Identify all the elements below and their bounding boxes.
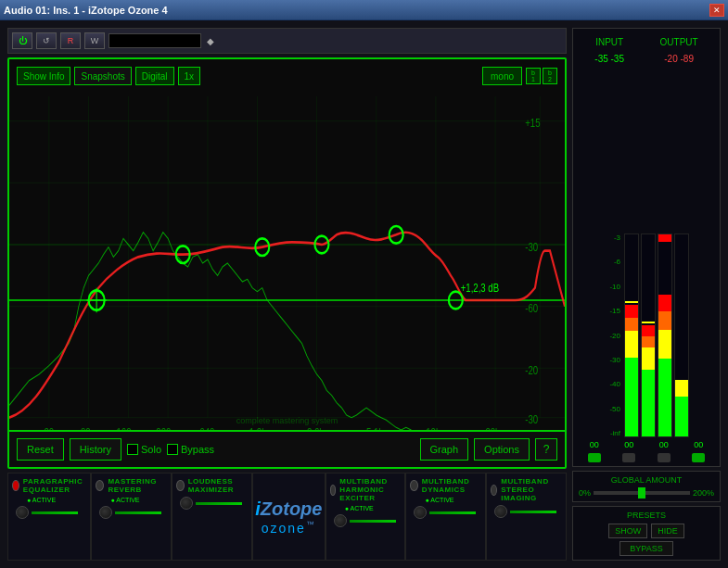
module-active: ● ACTIVE: [27, 497, 56, 503]
module-knob[interactable]: [180, 497, 193, 510]
module-slider[interactable]: [32, 511, 78, 514]
digital-button[interactable]: Digital: [135, 67, 174, 85]
global-slider-row: 0% 200%: [579, 488, 714, 498]
bypass-right-button[interactable]: BYPASS: [619, 541, 672, 556]
module-indicator[interactable]: [330, 485, 337, 496]
solo-checkbox[interactable]: [127, 444, 138, 455]
multiplier-button[interactable]: 1x: [178, 67, 201, 85]
output-meters: [658, 234, 689, 437]
global-amount-label: GLOBAL AMOUNT: [579, 475, 714, 485]
eq-display: 20 80 160 320 640 1.2k 2.6k 5.1k 10k 20k…: [7, 57, 567, 469]
module-name: LOUDNESS MAXIMIZER: [188, 477, 248, 494]
global-slider[interactable]: [594, 491, 690, 495]
meter-bottom-labels: 00 00 00 00: [577, 440, 716, 449]
peak-left: [625, 301, 638, 303]
output-meter-right: [675, 380, 688, 436]
module-slider[interactable]: [196, 502, 242, 505]
module-knobs: [180, 497, 242, 510]
module-name: PARAGRAPHIC EQUALIZER: [23, 477, 87, 494]
module-header: MULTIBAND STEREO IMAGING: [491, 477, 562, 502]
meter-label: 00: [624, 440, 633, 449]
module-slider[interactable]: [429, 511, 476, 514]
module-indicator[interactable]: [12, 480, 19, 491]
show-info-button[interactable]: Show Info: [17, 67, 70, 85]
svg-text:-20: -20: [525, 364, 538, 376]
led[interactable]: [658, 453, 671, 462]
peak-right: [642, 322, 655, 323]
svg-text:-30: -30: [525, 413, 538, 425]
module-knobs: [16, 506, 78, 519]
eq-top-bar: Show Info Snapshots Digital 1x mono b1 b…: [17, 67, 557, 85]
power-button[interactable]: ⏻: [12, 32, 32, 49]
led-row: [577, 453, 716, 462]
snapshots-button[interactable]: Snapshots: [74, 67, 131, 85]
svg-text:+15: +15: [525, 117, 540, 129]
history-button[interactable]: History: [70, 438, 121, 461]
output-value: -20 -89: [664, 54, 694, 64]
svg-text:-60: -60: [525, 302, 538, 314]
module-multiband-dynamics: MULTIBAND DYNAMICS ● ACTIVE: [405, 473, 486, 561]
help-button[interactable]: ?: [535, 438, 557, 461]
led[interactable]: [622, 453, 635, 462]
module-knob[interactable]: [494, 505, 507, 518]
module-indicator[interactable]: [410, 480, 417, 491]
module-header: MULTIBAND HARMONIC EXCITER: [330, 477, 402, 502]
options-button[interactable]: Options: [474, 438, 530, 461]
module-indicator[interactable]: [176, 480, 184, 491]
meter-label: 00: [659, 440, 669, 449]
led[interactable]: [692, 453, 705, 462]
transport-bar: ⏻ ↺ R W ◆: [7, 28, 567, 54]
scale-label: -50: [609, 405, 620, 413]
transport-display: [109, 33, 201, 48]
module-stereo-imaging: MULTIBAND STEREO IMAGING: [486, 473, 567, 561]
solo-checkbox-label[interactable]: Solo: [127, 444, 161, 455]
mono-button[interactable]: mono: [482, 67, 522, 85]
module-knob[interactable]: [16, 506, 29, 519]
izotope-brand: Zotope: [261, 499, 323, 519]
meter-label: 00: [694, 440, 703, 449]
input-meter-left: [625, 305, 638, 436]
output-meter-left: [658, 295, 671, 436]
solo-label: Solo: [141, 444, 161, 455]
record-button[interactable]: R: [60, 32, 81, 49]
module-indicator[interactable]: [96, 480, 104, 491]
module-slider[interactable]: [115, 511, 161, 514]
main-container: ⏻ ↺ R W ◆: [0, 20, 728, 568]
hide-presets-button[interactable]: HIDE: [651, 524, 684, 538]
module-knob[interactable]: [99, 506, 112, 519]
module-knob[interactable]: [334, 514, 347, 527]
global-slider-thumb[interactable]: [638, 487, 645, 499]
module-harmonic-exciter: MULTIBAND HARMONIC EXCITER ● ACTIVE: [326, 473, 406, 561]
channel-buttons: b1 b2: [526, 68, 557, 84]
scale-label: -3: [614, 234, 620, 242]
bypass-checkbox[interactable]: [167, 444, 178, 455]
reset-button[interactable]: Reset: [17, 438, 64, 461]
module-name: MASTERING REVERB: [108, 477, 167, 494]
module-knob[interactable]: [414, 506, 427, 519]
module-mastering-reverb: MASTERING REVERB ● ACTIVE: [91, 473, 172, 561]
eq-bottom-bar: Reset History Solo Bypass Graph Options …: [9, 430, 565, 467]
vu-meters-section: INPUT -35 -35 OUTPUT -20 -89 -3 -6 -10 -…: [572, 28, 721, 467]
left-panel: ⏻ ↺ R W ◆: [7, 28, 567, 561]
module-header: PARAGRAPHIC EQUALIZER: [12, 477, 86, 494]
led[interactable]: [588, 453, 601, 462]
module-slider[interactable]: [350, 520, 396, 523]
module-active: ● ACTIVE: [345, 505, 374, 511]
close-button[interactable]: ✕: [709, 4, 724, 17]
scale-label: -40: [609, 380, 620, 388]
write-button[interactable]: W: [84, 32, 105, 49]
scale-label: -15: [609, 307, 620, 315]
module-slider[interactable]: [510, 511, 556, 513]
svg-text:-30: -30: [525, 241, 538, 253]
module-header: MASTERING REVERB: [96, 477, 167, 494]
module-indicator[interactable]: [491, 485, 497, 496]
graph-button[interactable]: Graph: [420, 438, 469, 461]
ch-b1-button[interactable]: b1: [526, 68, 541, 84]
window-title: Audio 01: Ins. 1 - iZotope Ozone 4: [4, 5, 168, 16]
loop-button[interactable]: ↺: [36, 32, 57, 49]
module-active: ● ACTIVE: [425, 497, 453, 503]
ch-b2-button[interactable]: b2: [543, 68, 557, 84]
bypass-checkbox-label[interactable]: Bypass: [167, 444, 214, 455]
show-presets-button[interactable]: SHOW: [608, 524, 647, 538]
izotope-logo-content: iZotope ozone™: [255, 499, 322, 536]
